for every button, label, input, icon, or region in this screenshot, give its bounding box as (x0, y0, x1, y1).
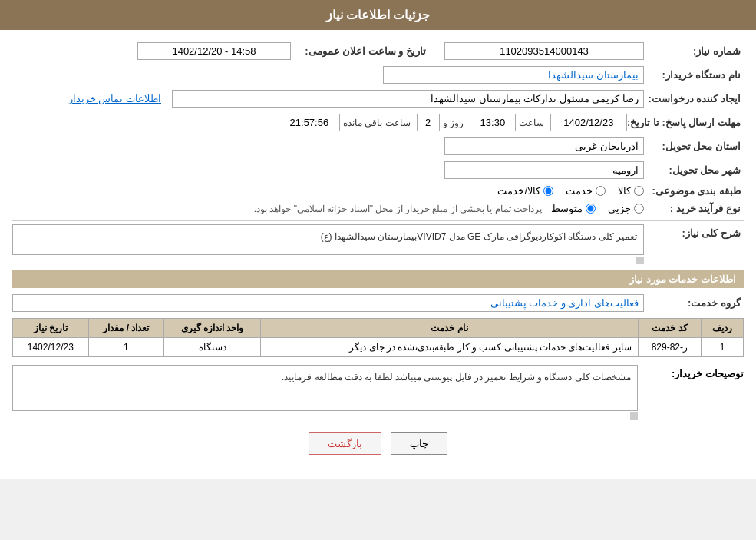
province-value: آذربایجان غربی (444, 137, 644, 155)
process-motavaset-radio[interactable] (586, 204, 596, 214)
reply-time-label: ساعت (519, 118, 544, 128)
contact-info-link[interactable]: اطلاعات تماس خریدار (12, 91, 166, 107)
col-unit: واحد اندازه گیری (164, 319, 261, 338)
buyer-resize-handle[interactable] (630, 412, 638, 420)
cell-qty: 1 (88, 338, 163, 357)
reply-date-value: 1402/12/23 (550, 114, 627, 131)
col-qty: تعداد / مقدار (88, 319, 163, 338)
buyer-name-label: نام دستگاه خریدار: (644, 69, 744, 81)
buyer-desc-row: توصیحات خریدار: مشخصات کلی دستگاه و شرای… (12, 365, 744, 420)
category-kala-khedmat-radio[interactable] (543, 186, 553, 196)
category-kala[interactable]: کالا (618, 185, 644, 197)
category-kala-label: کالا (618, 185, 631, 197)
category-khedmat-radio[interactable] (596, 186, 606, 196)
print-button[interactable]: چاپ (391, 432, 447, 455)
city-value: ارومیه (444, 161, 644, 179)
buyer-desc-value: مشخصات کلی دستگاه و شرایط تعمیر در فایل … (282, 372, 631, 383)
col-code: کد خدمت (638, 319, 701, 338)
category-khedmat[interactable]: خدمت (566, 185, 606, 197)
need-desc-value: تعمیر کلی دستگاه اکوکاردیوگرافی مارک GE … (321, 231, 637, 242)
cell-code: ز-82-829 (638, 338, 701, 357)
resize-handle[interactable] (636, 257, 644, 264)
category-kala-khedmat[interactable]: کالا/خدمت (497, 185, 553, 197)
services-table-section: ردیف کد خدمت نام خدمت واحد اندازه گیری ت… (12, 318, 744, 357)
page-header: جزئیات اطلاعات نیاز (0, 0, 756, 30)
reply-deadline-label: مهلت ارسال پاسخ: تا تاریخ: (627, 117, 744, 128)
reply-days-value: 2 (417, 114, 440, 131)
category-kala-khedmat-label: کالا/خدمت (497, 185, 540, 197)
province-row: استان محل تحویل: آذربایجان غربی (12, 137, 744, 155)
category-khedmat-label: خدمت (566, 185, 593, 197)
col-date: تاریخ نیاز (13, 319, 89, 338)
page-title: جزئیات اطلاعات نیاز (326, 8, 431, 22)
reply-remaining-value: 21:57:56 (279, 114, 340, 131)
city-label: شهر محل تحویل: (644, 164, 744, 176)
process-motavaset[interactable]: متوسط (551, 203, 596, 214)
main-content: شماره نیاز: 1102093514000143 تاریخ و ساع… (0, 30, 756, 479)
category-kala-radio[interactable] (634, 186, 644, 196)
announcement-label: تاریخ و ساعت اعلان عمومی: (291, 45, 429, 57)
need-desc-label: شرح کلی نیاز: (644, 224, 744, 239)
cell-row: 1 (702, 338, 744, 357)
need-number-value: 1102093514000143 (444, 42, 644, 60)
cell-date: 1402/12/23 (13, 338, 89, 357)
service-group-label: گروه خدمت: (644, 297, 744, 309)
process-motavaset-label: متوسط (551, 203, 583, 214)
table-header-row: ردیف کد خدمت نام خدمت واحد اندازه گیری ت… (13, 319, 744, 338)
page-wrapper: جزئیات اطلاعات نیاز شماره نیاز: 11020935… (0, 0, 756, 479)
buyer-name-row: نام دستگاه خریدار: بیمارستان سیدالشهدا (12, 66, 744, 84)
cell-unit: دستگاه (164, 338, 261, 357)
services-section-title: اطلاعات خدمات مورد نیاز (12, 270, 744, 288)
category-radio-group: کالا خدمت کالا/خدمت (497, 185, 644, 197)
announcement-value: 1402/12/20 - 14:58 (137, 42, 291, 60)
services-table: ردیف کد خدمت نام خدمت واحد اندازه گیری ت… (12, 318, 744, 357)
need-desc-row: شرح کلی نیاز: تعمیر کلی دستگاه اکوکاردیو… (12, 224, 744, 264)
buyer-desc-box: مشخصات کلی دستگاه و شرایط تعمیر در فایل … (12, 365, 638, 411)
service-group-row: گروه خدمت: فعالیت‌های اداری و خدمات پشتی… (12, 294, 744, 312)
creator-row: ایجاد کننده درخواست: رضا کریمی مسئول تدا… (12, 90, 744, 108)
process-jozi-radio[interactable] (634, 204, 644, 214)
service-group-value: فعالیت‌های اداری و خدمات پشتیبانی (12, 294, 644, 312)
buttons-row: چاپ بازگشت (12, 432, 744, 455)
col-name: نام خدمت (261, 319, 638, 338)
reply-day-label: روز و (443, 118, 464, 128)
cell-name: سایر فعالیت‌های خدمات پشتیبانی کسب و کار… (261, 338, 638, 357)
buyer-name-value: بیمارستان سیدالشهدا (383, 66, 644, 84)
need-number-label: شماره نیاز: (644, 45, 744, 57)
process-jozi-label: جزیی (608, 203, 631, 214)
col-row: ردیف (702, 319, 744, 338)
reply-time-value: 13:30 (470, 114, 516, 131)
process-jozi[interactable]: جزیی (608, 203, 644, 214)
reply-remaining-label: ساعت باقی مانده (343, 118, 411, 128)
process-description: پرداخت تمام یا بخشی از مبلغ خریدار از مح… (254, 204, 542, 214)
need-desc-box: تعمیر کلی دستگاه اکوکاردیوگرافی مارک GE … (12, 224, 644, 255)
process-label: نوع فرآیند خرید : (644, 203, 744, 214)
category-label: طبقه بندی موضوعی: (644, 185, 744, 197)
city-row: شهر محل تحویل: ارومیه (12, 161, 744, 179)
process-radio-group: جزیی متوسط (551, 203, 644, 214)
need-number-row: شماره نیاز: 1102093514000143 تاریخ و ساع… (12, 42, 744, 60)
back-button[interactable]: بازگشت (309, 432, 381, 455)
creator-value: رضا کریمی مسئول تدارکات بیمارستان سیدالش… (172, 90, 644, 108)
province-label: استان محل تحویل: (644, 141, 744, 152)
table-row: 1 ز-82-829 سایر فعالیت‌های خدمات پشتیبان… (13, 338, 744, 357)
category-row: طبقه بندی موضوعی: کالا خدمت کالا/خدمت (12, 185, 744, 197)
process-row: نوع فرآیند خرید : جزیی متوسط پرداخت تمام… (12, 203, 744, 214)
buyer-desc-label: توصیحات خریدار: (644, 365, 744, 379)
creator-label: ایجاد کننده درخواست: (644, 93, 744, 104)
reply-deadline-row: مهلت ارسال پاسخ: تا تاریخ: 1402/12/23 سا… (12, 114, 744, 131)
